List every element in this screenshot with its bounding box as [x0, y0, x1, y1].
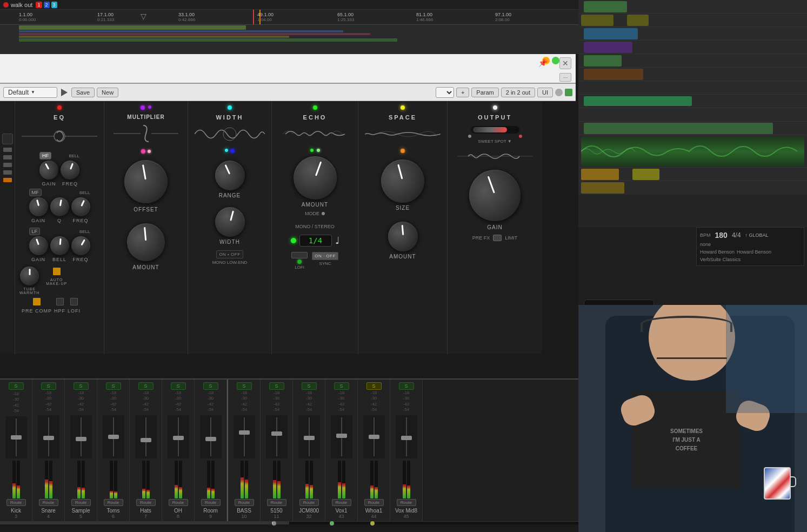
echo-note: ♩: [335, 235, 339, 247]
vox1-route-btn[interactable]: Route: [332, 499, 351, 506]
eq-hf-gain-knob[interactable]: [36, 157, 62, 183]
param-button[interactable]: Param: [471, 88, 498, 97]
oh-s-btn[interactable]: S: [171, 382, 186, 390]
save-button[interactable]: Save: [71, 88, 95, 97]
size-knob-container: SIZE: [381, 159, 424, 211]
eq-mf-gain-knob[interactable]: [27, 195, 50, 218]
auto-makeup-btn[interactable]: [53, 268, 61, 275]
whoa1-s-btn[interactable]: S: [366, 382, 382, 390]
whoa1-route-btn[interactable]: Route: [364, 499, 384, 506]
jcm-vu-r: [310, 461, 313, 498]
snare-route-btn[interactable]: Route: [39, 499, 58, 506]
pin-icon[interactable]: 📌: [538, 58, 548, 67]
lofi-btn[interactable]: [70, 298, 78, 305]
jcm-s-btn[interactable]: S: [302, 382, 317, 390]
eq-hf-freq-knob[interactable]: [58, 158, 82, 182]
kick-fader-thumb[interactable]: [11, 435, 22, 440]
jcm-route-btn[interactable]: Route: [299, 499, 319, 506]
eq-lf-gain-knob[interactable]: [26, 234, 51, 258]
bass-s-btn[interactable]: S: [237, 382, 252, 390]
voxmid8-route-btn[interactable]: Route: [397, 499, 416, 506]
settings-circle[interactable]: [555, 89, 563, 96]
s-fader-2[interactable]: [3, 155, 12, 159]
eq-lf-button[interactable]: LF: [29, 228, 41, 235]
pre-fx-checkbox[interactable]: [493, 235, 502, 241]
jcm-fader-thumb[interactable]: [304, 436, 315, 440]
maximize-btn[interactable]: [552, 57, 559, 64]
bass-route-btn[interactable]: Route: [235, 499, 254, 506]
echo-lofi-btn[interactable]: [291, 252, 308, 258]
toms-fader-thumb[interactable]: [108, 435, 119, 439]
size-knob[interactable]: [376, 155, 429, 208]
bass-fader-thumb[interactable]: [239, 430, 250, 435]
hpf-btn[interactable]: [56, 298, 64, 305]
time-mark-7: 97.1.00 2:08.00: [495, 12, 511, 22]
echo-sync-btn[interactable]: ON · OFF: [312, 252, 338, 260]
voxmid8-vu-l: [403, 461, 406, 498]
5150-fader-thumb[interactable]: [271, 431, 282, 436]
room-route-btn[interactable]: Route: [201, 499, 221, 506]
mini-track-row: [578, 54, 807, 68]
output-gain-knob[interactable]: [462, 163, 528, 229]
5150-route-btn[interactable]: Route: [267, 499, 286, 506]
whoa1-fader-thumb[interactable]: [369, 435, 379, 439]
eq-lf-bell-knob[interactable]: [49, 236, 70, 256]
voxmid8-s-btn[interactable]: S: [399, 382, 414, 390]
plugin-select[interactable]: [436, 87, 454, 98]
mult-led-purple: [141, 105, 145, 110]
5150-s-btn[interactable]: S: [269, 382, 284, 390]
range-knob[interactable]: [210, 156, 249, 195]
s-fader-3[interactable]: [3, 163, 12, 167]
vox1-fader-thumb[interactable]: [336, 434, 347, 438]
space-amount-knob[interactable]: [386, 221, 419, 253]
sample-route-btn[interactable]: Route: [71, 499, 91, 506]
oh-vu: [175, 461, 182, 498]
eq-mf-button[interactable]: MF: [29, 189, 42, 196]
toms-s-btn[interactable]: S: [106, 382, 121, 390]
5150-db-scale: -18-30-42-54: [274, 390, 280, 413]
hats-s-btn[interactable]: S: [138, 382, 154, 390]
eq-mf-freq-knob[interactable]: [68, 194, 94, 220]
s-orange-fader[interactable]: [3, 178, 12, 182]
timeline-seek-bar[interactable]: [0, 521, 578, 524]
sample-fader-thumb[interactable]: [76, 437, 86, 441]
new-button[interactable]: New: [97, 88, 118, 97]
width-knob[interactable]: [211, 204, 248, 240]
snare-fader-thumb[interactable]: [43, 436, 54, 440]
close-button[interactable]: ✕: [559, 57, 571, 69]
oh-fader-thumb[interactable]: [173, 436, 184, 440]
filter-icon[interactable]: ▽: [141, 12, 146, 21]
amount-knob-container: AMOUNT: [127, 223, 165, 270]
oh-route-btn[interactable]: Route: [169, 499, 188, 506]
s-fader-4[interactable]: [3, 170, 12, 175]
kick-s-btn[interactable]: S: [9, 382, 24, 390]
room-s-btn[interactable]: S: [203, 382, 218, 390]
s-fader-1[interactable]: [3, 148, 12, 152]
eq-mf-q-knob[interactable]: [49, 196, 71, 218]
room-fader-thumb[interactable]: [205, 437, 216, 441]
preset-play-button[interactable]: [59, 88, 69, 97]
eq-lf-freq-knob[interactable]: [68, 233, 94, 259]
snare-s-btn[interactable]: S: [41, 382, 56, 390]
tube-warmth-knob[interactable]: [20, 267, 39, 285]
sample-s-btn[interactable]: S: [74, 382, 89, 390]
plus-button[interactable]: +: [456, 88, 469, 97]
toms-route-btn[interactable]: Route: [104, 499, 123, 506]
preset-dropdown[interactable]: Default ▼: [3, 87, 57, 98]
ui-button[interactable]: UI: [537, 88, 553, 97]
options-button[interactable]: ···: [559, 73, 571, 82]
offset-knob[interactable]: [121, 157, 171, 207]
s-button-1[interactable]: [2, 134, 13, 144]
hats-fader-thumb[interactable]: [141, 438, 151, 442]
eq-hf-button[interactable]: HF: [39, 152, 51, 159]
mono-low-end-btn[interactable]: ON • OFF: [216, 250, 243, 258]
io-button[interactable]: 2 in 2 out: [501, 88, 535, 97]
hats-route-btn[interactable]: Route: [136, 499, 156, 506]
pre-comp-btn[interactable]: [33, 298, 41, 305]
whoa1-vu-fill-l: [370, 486, 374, 498]
echo-amount-knob[interactable]: [287, 150, 343, 206]
vox1-s-btn[interactable]: S: [334, 382, 349, 390]
kick-route-btn[interactable]: Route: [6, 499, 26, 506]
voxmid8-fader-thumb[interactable]: [401, 436, 412, 440]
mult-amount-knob[interactable]: [125, 222, 166, 263]
